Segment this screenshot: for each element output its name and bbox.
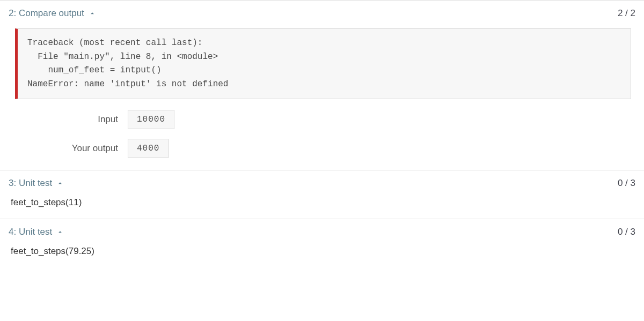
test-section: 3: Unit test 0 / 3 feet_to_steps(11) — [0, 170, 644, 219]
test-score: 0 / 3 — [618, 227, 635, 237]
test-section: 2: Compare output 2 / 2 Traceback (most … — [0, 0, 644, 158]
io-row-output: Your output 4000 — [15, 139, 631, 158]
test-description: feet_to_steps(11) — [0, 194, 644, 219]
output-label: Your output — [15, 143, 128, 154]
test-header-2[interactable]: 2: Compare output 2 / 2 — [0, 1, 644, 24]
io-rows: Input 10000 Your output 4000 — [15, 110, 631, 158]
test-number-label: 2: Compare output — [9, 8, 84, 19]
test-header-4[interactable]: 4: Unit test 0 / 3 — [0, 219, 644, 243]
chevron-up-icon — [56, 180, 64, 187]
input-label: Input — [15, 114, 128, 125]
error-traceback: Traceback (most recent call last): File … — [15, 28, 631, 99]
chevron-up-icon — [89, 10, 96, 17]
test-score: 0 / 3 — [618, 178, 635, 189]
test-title: 4: Unit test — [9, 227, 64, 237]
test-score: 2 / 2 — [618, 8, 635, 19]
test-section: 4: Unit test 0 / 3 feet_to_steps(79.25) — [0, 219, 644, 267]
test-title: 3: Unit test — [9, 178, 64, 189]
test-title: 2: Compare output — [9, 8, 96, 19]
test-number-label: 4: Unit test — [9, 227, 52, 237]
io-row-input: Input 10000 — [15, 110, 631, 129]
chevron-up-icon — [56, 228, 64, 236]
output-value: 4000 — [128, 139, 169, 158]
input-value: 10000 — [128, 110, 174, 129]
test-number-label: 3: Unit test — [9, 178, 52, 189]
test-header-3[interactable]: 3: Unit test 0 / 3 — [0, 170, 644, 194]
test-description: feet_to_steps(79.25) — [0, 243, 644, 267]
